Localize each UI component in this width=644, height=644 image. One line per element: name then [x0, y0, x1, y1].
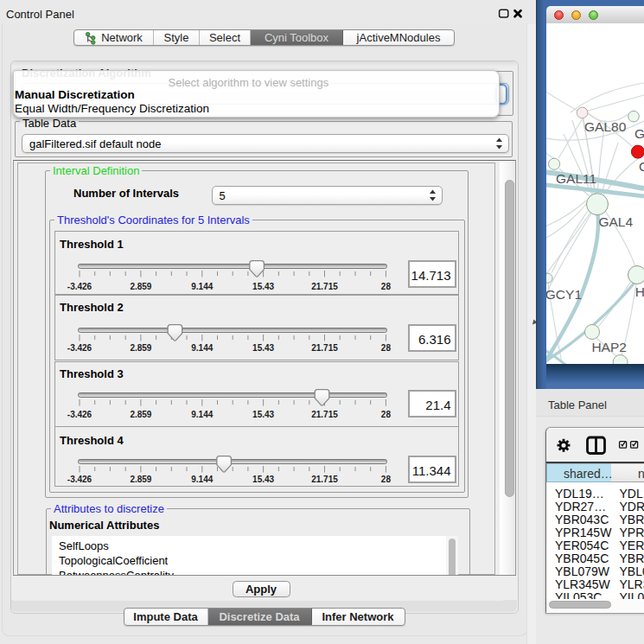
svg-text:HAP2: HAP2 — [591, 340, 627, 354]
svg-text:H: H — [635, 284, 644, 299]
svg-text:C: C — [639, 159, 644, 174]
svg-text:GCY1: GCY1 — [546, 287, 582, 302]
svg-text:GAL11: GAL11 — [556, 171, 596, 186]
svg-text:GAL4: GAL4 — [598, 214, 633, 229]
svg-text:GA: GA — [634, 126, 644, 141]
svg-text:GAL80: GAL80 — [584, 119, 627, 134]
